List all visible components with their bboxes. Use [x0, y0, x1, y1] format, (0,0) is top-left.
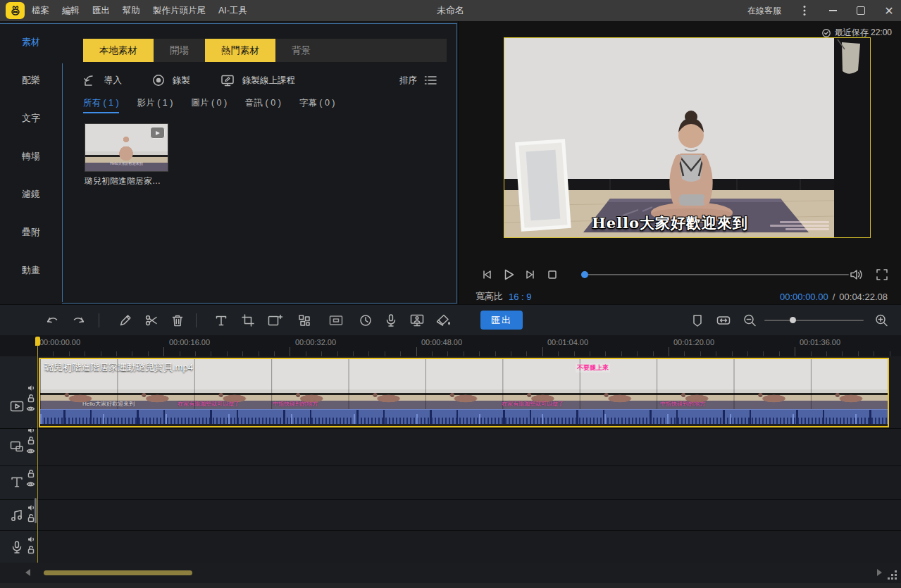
tab-opening[interactable]: 開場	[154, 39, 205, 62]
import-label[interactable]: 導入	[104, 75, 122, 87]
video-preview-stage[interactable]: Hello大家好歡迎來到	[504, 37, 871, 238]
filter-video[interactable]: 影片 ( 1 )	[137, 97, 173, 113]
sidebar-item-overlay[interactable]: 疊附	[0, 213, 62, 251]
track-lock-icon[interactable]	[26, 545, 35, 554]
fill-bucket-icon[interactable]	[435, 312, 452, 329]
scissors-icon[interactable]	[143, 312, 160, 329]
clip-filmstrip: 璐兒初階進階居家運動璐兒寶貝.mp4 Hello大家好歡迎來到 在家有瑜珈墊就可…	[40, 359, 888, 409]
track-lock-icon[interactable]	[26, 469, 35, 478]
duration-clock-icon[interactable]	[357, 312, 374, 329]
sidebar-item-text[interactable]: 文字	[0, 99, 62, 137]
more-options-kebab-icon[interactable]	[800, 6, 809, 15]
burned-caption: Hello大家好歡迎來到	[82, 400, 135, 408]
scroll-right-arrow[interactable]	[877, 569, 882, 576]
filter-image[interactable]: 圖片 ( 0 )	[191, 97, 227, 113]
mic-track-icon[interactable]	[8, 538, 26, 556]
scroll-left-arrow[interactable]	[25, 569, 30, 576]
timeline-video-clip[interactable]: 璐兒初階進階居家運動璐兒寶貝.mp4 Hello大家好歡迎來到 在家有瑜珈墊就可…	[39, 358, 889, 427]
redo-icon[interactable]	[70, 312, 87, 329]
record-course-label[interactable]: 錄製線上課程	[242, 75, 295, 87]
record-icon[interactable]	[151, 73, 166, 87]
zoom-frame-icon[interactable]	[266, 312, 283, 329]
crop-icon[interactable]	[240, 312, 256, 329]
tab-background[interactable]: 背景	[275, 39, 327, 62]
tab-hot-media[interactable]: 熱門素材	[205, 39, 275, 62]
video-track-icon[interactable]	[8, 397, 26, 415]
text-track-icon[interactable]	[8, 473, 26, 492]
seek-handle[interactable]	[581, 271, 588, 278]
marker-flag-icon[interactable]	[689, 312, 706, 329]
music-track-icon[interactable]	[8, 506, 26, 525]
track-visibility-eye-icon[interactable]	[26, 446, 35, 456]
sidebar-item-animation[interactable]: 動畫	[0, 251, 62, 289]
play-button[interactable]	[497, 265, 519, 284]
media-library-panel: 素材 配樂 文字 轉場 濾鏡 疊附 動畫 本地素材 開場 熱門素材 背景 導入	[0, 21, 458, 304]
track-mute-icon[interactable]	[26, 425, 35, 434]
pip-icon[interactable]	[328, 312, 344, 329]
export-button[interactable]: 匯出	[480, 311, 523, 330]
online-support-link[interactable]: 在線客服	[747, 5, 781, 17]
app-logo-bee-icon[interactable]	[6, 2, 25, 19]
fullscreen-icon[interactable]	[875, 268, 889, 282]
track-mute-icon[interactable]	[26, 383, 35, 392]
edit-pencil-icon[interactable]	[117, 312, 134, 329]
zoom-slider-handle[interactable]	[790, 317, 796, 323]
text-tool-icon[interactable]	[213, 312, 230, 329]
sort-label[interactable]: 排序	[399, 75, 417, 87]
sidebar-item-media[interactable]: 素材	[0, 23, 62, 61]
maximize-button[interactable]	[856, 6, 866, 15]
menu-export[interactable]: 匯出	[92, 5, 110, 17]
scrollbar-thumb[interactable]	[44, 570, 192, 575]
resize-grip-icon[interactable]	[886, 570, 898, 582]
pip-track-icon[interactable]	[8, 437, 26, 456]
video-type-badge-icon	[150, 127, 165, 139]
menu-help[interactable]: 幫助	[123, 5, 140, 17]
screen-record-icon[interactable]	[409, 312, 425, 329]
record-label[interactable]: 錄製	[173, 75, 190, 87]
next-frame-button[interactable]	[519, 265, 541, 284]
sidebar-item-music[interactable]: 配樂	[0, 61, 62, 99]
aspect-ratio-value[interactable]: 16 : 9	[509, 292, 532, 302]
volume-icon[interactable]	[848, 267, 865, 282]
track-lock-icon[interactable]	[26, 394, 35, 403]
previous-frame-button[interactable]	[476, 265, 497, 284]
track-mute-icon[interactable]	[26, 534, 35, 544]
fit-width-icon[interactable]	[715, 312, 732, 329]
minimize-button[interactable]	[828, 6, 838, 15]
menu-ai-tools[interactable]: AI-工具	[218, 5, 247, 17]
sidebar-item-transition[interactable]: 轉場	[0, 137, 62, 175]
menu-edit[interactable]: 編輯	[62, 5, 80, 17]
check-circle-icon	[821, 28, 831, 38]
menu-intro-outro[interactable]: 製作片頭片尾	[153, 5, 206, 17]
tab-local-media[interactable]: 本地素材	[83, 39, 154, 62]
clip-thumbnail[interactable]: Hello大家好歡迎來到	[85, 123, 168, 172]
trash-icon[interactable]	[169, 312, 186, 329]
mosaic-icon[interactable]	[296, 312, 313, 329]
seek-bar[interactable]	[581, 274, 849, 275]
zoom-in-icon[interactable]	[873, 312, 890, 329]
toolbar-divider	[99, 313, 99, 327]
track-visibility-eye-icon[interactable]	[26, 404, 35, 413]
filter-all[interactable]: 所有 ( 1 )	[83, 97, 119, 113]
timeline-zoom-slider[interactable]	[764, 320, 864, 321]
sidebar-item-filter[interactable]: 濾鏡	[0, 175, 62, 213]
ruler-label: 00:00:48.00	[421, 338, 462, 346]
stop-button[interactable]	[541, 265, 563, 284]
screen-record-course-icon[interactable]	[220, 73, 235, 87]
track-mini-scrollbar[interactable]	[35, 498, 37, 523]
zoom-out-icon[interactable]	[741, 312, 758, 329]
timeline-ruler[interactable]: 00:00:00.00 00:00:16.00 00:00:32.00 00:0…	[0, 335, 901, 356]
microphone-icon[interactable]	[383, 312, 399, 329]
burned-caption: 在家有瑜珈墊就可以做了	[178, 400, 240, 408]
track-visibility-eye-icon[interactable]	[26, 480, 35, 489]
track-lock-icon[interactable]	[26, 436, 35, 445]
clip-name: 璐兒初階進階居家運...	[85, 175, 167, 187]
undo-icon[interactable]	[44, 312, 61, 329]
menu-file[interactable]: 檔案	[32, 5, 49, 17]
media-clip-card[interactable]: Hello大家好歡迎來到 璐兒初階進階居家運...	[85, 123, 168, 187]
filter-subtitle[interactable]: 字幕 ( 0 )	[299, 97, 335, 113]
sort-list-icon[interactable]	[424, 75, 437, 86]
import-icon[interactable]	[83, 73, 97, 87]
filter-audio[interactable]: 音訊 ( 0 )	[245, 97, 281, 113]
close-button[interactable]: ✕	[884, 6, 894, 15]
